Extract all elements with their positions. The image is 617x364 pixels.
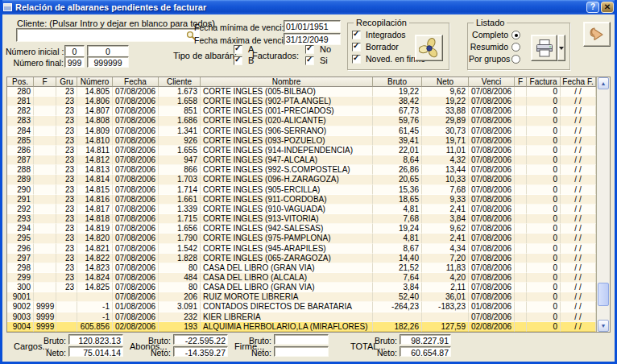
table-row[interactable]: 90049999605.85602/08/2006193ALQUIMIA HER… [7, 322, 610, 332]
table-cell: 294 [7, 224, 34, 234]
table-cell: 07/08/2006 [469, 175, 515, 184]
table-cell: 19,24 [373, 224, 422, 234]
noved-firme-checkbox[interactable] [352, 55, 361, 64]
borrador-checkbox[interactable] [352, 43, 361, 52]
table-row[interactable]: 900107/08/2006206RUIZ MOROTE LIBRERIA52,… [7, 292, 610, 302]
table-row[interactable]: 2892314.81407/08/20061.703CORTE INGLES (… [7, 175, 610, 184]
table-cell: 1.341 [159, 126, 201, 136]
fecha-minima-input[interactable]: 01/01/1951 [284, 20, 341, 32]
table-cell: 300 [7, 283, 34, 292]
col-bruto[interactable]: Bruto [373, 77, 422, 87]
table-row[interactable]: 2972314.82207/08/20061.828CORTE INGLES (… [7, 254, 610, 263]
table-row[interactable]: 2872314.81207/08/2006947CORTE INGLES (94… [7, 155, 610, 165]
table-cell [515, 185, 527, 195]
table-cell [515, 205, 527, 214]
table-row[interactable]: 2922314.81707/08/20061.339CORTE INGLES (… [7, 205, 610, 214]
table-cell: CORTE INGLES (913-VITORIA) [201, 214, 373, 224]
table-cell: -1 [77, 312, 113, 322]
table-row[interactable]: 2982314.82307/08/200680CASA DEL LIBRO (G… [7, 263, 610, 273]
facturados-si-checkbox[interactable] [305, 56, 314, 65]
table-cell: 23 [56, 214, 77, 224]
title-bar[interactable]: Relación de albaranes pendientes de fact… [0, 0, 617, 14]
col-numero[interactable]: Número [77, 77, 113, 87]
col-factura[interactable]: Factura [527, 77, 561, 87]
listado-resumido-radio[interactable] [511, 43, 520, 52]
vertical-scrollbar[interactable]: ▲ ▼ [596, 77, 610, 332]
table-cell: / / [561, 254, 596, 263]
table-cell: 9,62 [422, 87, 469, 97]
numero-inicial-input-1[interactable]: 0 [64, 45, 85, 56]
table-row[interactable]: 2812314.80607/08/20061.658CORTE INGLES (… [7, 97, 610, 106]
table-cell [34, 244, 56, 254]
table-cell: ALQUIMIA HERBOLARIO,LA (MIRAFLORES) [201, 322, 373, 332]
table-cell: 9,62 [422, 224, 469, 234]
col-neto[interactable]: Neto [422, 77, 469, 87]
table-cell: 23 [56, 175, 77, 184]
numero-final-input-2[interactable]: 999999 [87, 56, 129, 68]
scrollbar-thumb[interactable] [598, 283, 609, 306]
table-row[interactable]: 90039999-107/08/2006232KIER LIBRERIA07/0… [7, 312, 610, 322]
exit-button[interactable] [583, 22, 611, 47]
tipo-b-checkbox[interactable] [234, 56, 242, 65]
col-f2[interactable]: F [515, 77, 527, 87]
col-cliente[interactable]: Cliente [159, 77, 201, 87]
table-row[interactable]: 2802314.80507/08/20061.673CORTE INGLES (… [7, 87, 610, 97]
cliente-input[interactable] [16, 28, 200, 42]
col-fecha[interactable]: Fecha [113, 77, 159, 87]
table-row[interactable]: 2842314.80907/08/20061.341CORTE INGLES (… [7, 126, 610, 136]
tipo-a-checkbox[interactable] [234, 45, 242, 54]
table-row[interactable]: 2932314.81807/08/20061.715CORTE INGLES (… [7, 214, 610, 224]
table-row[interactable]: 2912314.81607/08/20061.661CORTE INGLES (… [7, 195, 610, 205]
table-cell: 182,26 [373, 322, 422, 332]
col-pos[interactable]: Pos. [7, 77, 34, 87]
table-row[interactable]: 2852314.81007/08/2006926CORTE INGLES (09… [7, 136, 610, 146]
table-row[interactable]: 2962314.82107/08/20061.542CORTE INGLES (… [7, 244, 610, 254]
table-cell: 11,83 [422, 263, 469, 273]
table-row[interactable]: 2832314.80807/08/20061.686CORTE INGLES (… [7, 116, 610, 126]
print-options-button[interactable] [557, 35, 565, 61]
table-cell: CORTE INGLES (975-PAMPLONA) [201, 234, 373, 243]
col-nombre[interactable]: Nombre [201, 77, 373, 87]
table-row[interactable]: 2822314.80707/08/2006851CORTE INGLES (00… [7, 106, 610, 116]
col-f[interactable]: F [34, 77, 56, 87]
table-row[interactable]: 2862314.81107/08/20061.655CORTE INGLES (… [7, 146, 610, 155]
table-row[interactable]: 2952314.82007/08/20061.790CORTE INGLES (… [7, 234, 610, 243]
scroll-down-icon[interactable]: ▼ [598, 320, 609, 332]
table-cell: 2,11 [422, 283, 469, 292]
table-row[interactable]: 2882314.81307/08/2006866CORTE INGLES (99… [7, 165, 610, 175]
fecha-maxima-input[interactable]: 31/12/2049 [284, 33, 341, 45]
table-cell [34, 136, 56, 146]
table-cell: CORTE INGLES (911-CORDOBA) [201, 195, 373, 205]
table-cell: 283 [7, 116, 34, 126]
table-row[interactable]: 2992314.82407/08/2006484CASA DEL LIBRO (… [7, 273, 610, 283]
numero-inicial-input-2[interactable]: 0 [87, 45, 129, 56]
col-venci[interactable]: Venci [469, 77, 515, 87]
table-cell: 7,64 [373, 273, 422, 283]
table-row[interactable]: 2942314.81907/08/20061.656CORTE INGLES (… [7, 224, 610, 234]
table-row[interactable]: 3002314.82507/08/200680CASA DEL LIBRO (G… [7, 283, 610, 292]
table-cell: 07/08/2006 [469, 292, 515, 302]
print-button[interactable] [531, 35, 557, 61]
numero-final-input-1[interactable]: 999 [64, 56, 85, 68]
table-cell: 2,41 [422, 234, 469, 243]
listado-porgrupos-radio[interactable] [511, 55, 520, 64]
scroll-up-icon[interactable]: ▲ [598, 77, 609, 89]
table-cell: 07/08/2006 [469, 87, 515, 97]
table-cell [34, 116, 56, 126]
table-row[interactable]: 90029999-101/08/20063.091CONTADOS DIRECT… [7, 302, 610, 312]
table-row[interactable]: 2902314.81507/08/20061.714CORTE INGLES (… [7, 185, 610, 195]
table-cell: CORTE INGLES (905-ERCILLA) [201, 185, 373, 195]
table-cell: 1.656 [159, 224, 201, 234]
table-cell [515, 175, 527, 184]
listado-completo-radio[interactable] [511, 31, 520, 39]
integrados-checkbox[interactable] [352, 31, 361, 39]
facturados-no-checkbox[interactable] [305, 45, 314, 54]
recopilar-button[interactable] [415, 35, 443, 61]
col-gru[interactable]: Gru [56, 77, 77, 87]
help-button[interactable]: ? [586, 2, 599, 13]
close-button[interactable]: ✕ [601, 2, 614, 13]
table-cell: 4,81 [373, 205, 422, 214]
col-fechaf[interactable]: Fecha F. [561, 77, 596, 87]
table-cell [34, 155, 56, 165]
table-cell: 14.806 [77, 97, 113, 106]
